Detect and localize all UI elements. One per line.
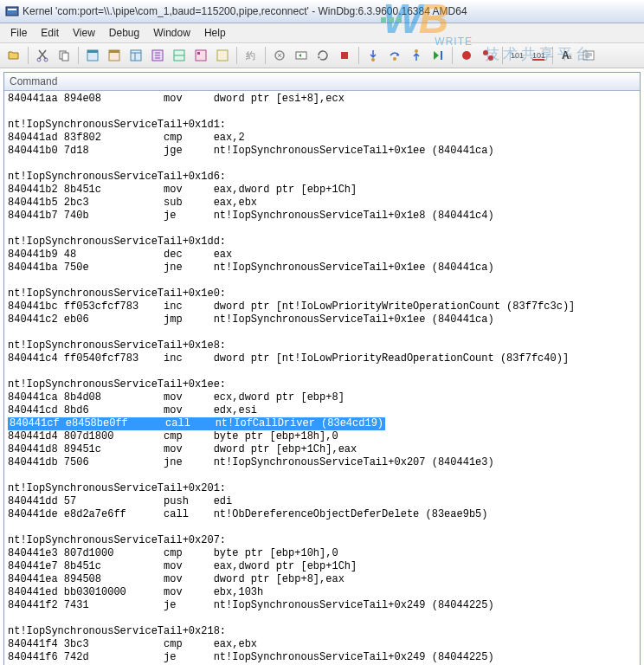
- menu-help[interactable]: Help: [197, 25, 233, 41]
- breakpoints-icon[interactable]: [478, 45, 499, 66]
- svg-point-25: [483, 50, 488, 55]
- stepinto-icon[interactable]: [363, 45, 383, 66]
- panel-header: Command: [4, 73, 640, 91]
- command-panel: Command 840441aa 894e08 mov dword ptr [e…: [3, 72, 641, 665]
- restart-icon[interactable]: [312, 45, 333, 66]
- svg-point-22: [415, 49, 418, 53]
- svg-point-26: [488, 55, 493, 61]
- options-icon[interactable]: [578, 45, 599, 66]
- copy-icon[interactable]: [54, 45, 74, 66]
- svg-text:101: 101: [532, 51, 545, 60]
- svg-rect-9: [109, 50, 119, 53]
- cut-icon[interactable]: [32, 45, 53, 66]
- disassembly-output[interactable]: 840441aa 894e08 mov dword ptr [esi+8],ec…: [4, 91, 640, 665]
- svg-rect-1: [8, 9, 16, 10]
- breakpoint-icon[interactable]: [456, 45, 477, 66]
- svg-text:101: 101: [511, 51, 524, 60]
- menu-debug[interactable]: Debug: [102, 25, 146, 41]
- asm-icon[interactable]: 101: [528, 45, 549, 66]
- window-titlebar: Kernel 'com:port=\\.\pipe\com_1,baud=115…: [0, 0, 644, 23]
- svg-rect-14: [197, 52, 200, 55]
- menu-window[interactable]: Window: [146, 25, 197, 41]
- menu-file[interactable]: File: [3, 25, 34, 41]
- menu-edit[interactable]: Edit: [34, 25, 66, 41]
- svg-rect-0: [6, 7, 18, 16]
- src-icon[interactable]: 101: [506, 45, 527, 66]
- stepout-icon[interactable]: [406, 45, 427, 66]
- svg-rect-23: [441, 51, 442, 60]
- svg-point-20: [371, 58, 375, 61]
- window2-icon[interactable]: [104, 45, 125, 66]
- toolbar: 約 101 101 Aa: [0, 43, 644, 68]
- window6-icon[interactable]: [190, 45, 211, 66]
- menubar: File Edit View Debug Window Help: [0, 23, 644, 43]
- window-title: Kernel 'com:port=\\.\pipe\com_1,baud=115…: [23, 5, 467, 17]
- svg-text:a: a: [568, 53, 572, 61]
- nav-icon[interactable]: 約: [241, 45, 261, 66]
- svg-rect-29: [532, 59, 544, 61]
- window1-icon[interactable]: [82, 45, 103, 66]
- svg-rect-19: [341, 52, 348, 59]
- window7-icon[interactable]: [212, 45, 233, 66]
- break-icon[interactable]: [269, 45, 290, 66]
- open-icon[interactable]: [3, 45, 24, 66]
- menu-view[interactable]: View: [66, 25, 102, 41]
- font-icon[interactable]: Aa: [557, 45, 577, 66]
- svg-point-24: [462, 51, 471, 60]
- svg-rect-15: [217, 50, 228, 61]
- window3-icon[interactable]: [126, 45, 146, 66]
- window5-icon[interactable]: [169, 45, 190, 66]
- stepover-icon[interactable]: [384, 45, 405, 66]
- svg-rect-13: [196, 50, 206, 61]
- svg-point-21: [393, 57, 396, 61]
- svg-rect-10: [131, 50, 141, 61]
- svg-text:約: 約: [246, 50, 255, 61]
- stop-icon[interactable]: [334, 45, 355, 66]
- svg-rect-7: [87, 50, 98, 53]
- go-icon[interactable]: [291, 45, 312, 66]
- svg-rect-5: [62, 53, 68, 61]
- app-icon: [5, 4, 19, 18]
- runto-icon[interactable]: [428, 45, 448, 66]
- window4-icon[interactable]: [147, 45, 168, 66]
